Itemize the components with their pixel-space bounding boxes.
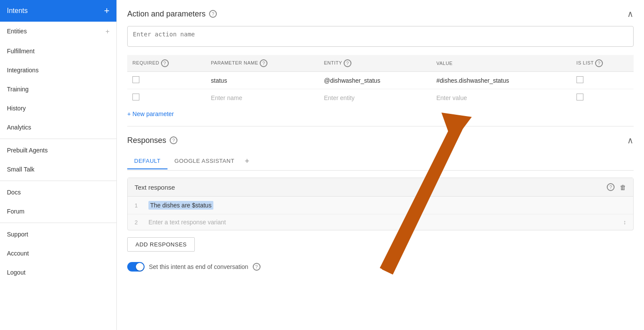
table-row: Enter name Enter entity Enter value — [127, 89, 634, 107]
sidebar-title: Intents — [7, 7, 28, 15]
text-response-help-icon[interactable]: ? — [607, 183, 615, 191]
responses-section-collapse-button[interactable]: ∧ — [627, 135, 634, 146]
param-name-cell[interactable]: status — [206, 72, 319, 89]
responses-section-title: Responses ? — [127, 136, 177, 145]
sidebar-item-docs[interactable]: Docs — [0, 183, 116, 202]
col-is-list: IS LIST ? — [571, 55, 634, 72]
param-islist-cell-2 — [571, 89, 634, 107]
param-name-help-icon[interactable]: ? — [260, 59, 267, 67]
action-section-header: Action and parameters ? ∧ — [127, 9, 634, 19]
col-required: REQUIRED ? — [127, 55, 206, 72]
entity-help-icon[interactable]: ? — [344, 59, 351, 67]
action-help-icon[interactable]: ? — [209, 10, 217, 18]
param-required-cell — [127, 72, 206, 89]
tab-add-button[interactable]: + — [242, 152, 253, 170]
sidebar-item-integrations[interactable]: Integrations — [0, 61, 116, 80]
param-required-cell-2 — [127, 89, 206, 107]
response-row-1: 1 The dishes are $status — [128, 197, 633, 214]
sidebar-add-intent-button[interactable]: + — [104, 5, 109, 16]
param-value-cell[interactable]: #dishes.dishwasher_status — [431, 72, 571, 89]
responses-section-header: Responses ? ∧ — [127, 135, 634, 146]
table-row: status @dishwasher_status #dishes.dishwa… — [127, 72, 634, 89]
action-section-collapse-button[interactable]: ∧ — [627, 9, 634, 19]
required-checkbox-1[interactable] — [132, 76, 139, 83]
response-row-num-1: 1 — [135, 202, 142, 209]
islist-checkbox-1[interactable] — [576, 76, 583, 83]
action-parameters-section: Action and parameters ? ∧ REQUIRED ? PAR… — [127, 0, 634, 126]
sidebar-item-entities[interactable]: Entities + — [0, 22, 116, 42]
sidebar-item-analytics[interactable]: Analytics — [0, 118, 116, 137]
response-text-1[interactable]: The dishes are $status — [148, 201, 213, 210]
new-parameter-button[interactable]: + New parameter — [127, 110, 174, 117]
main-content: Action and parameters ? ∧ REQUIRED ? PAR… — [117, 0, 644, 330]
sidebar-item-training[interactable]: Training — [0, 80, 116, 99]
end-of-conversation-row: Set this intent as end of conversation ? — [127, 262, 634, 272]
table-header-row: REQUIRED ? PARAMETER NAME ? ENTITY ? VAL… — [127, 55, 634, 72]
is-list-help-icon[interactable]: ? — [595, 59, 603, 67]
required-help-icon[interactable]: ? — [161, 59, 169, 67]
param-entity-cell[interactable]: @dishwasher_status — [319, 72, 431, 89]
sidebar-item-forum[interactable]: Forum — [0, 202, 116, 221]
response-row-2: 2 Enter a text response variant ↕ — [128, 214, 633, 230]
col-parameter-name: PARAMETER NAME ? — [206, 55, 319, 72]
param-name-cell-2[interactable]: Enter name — [206, 89, 319, 107]
response-text-2[interactable]: Enter a text response variant — [148, 219, 616, 226]
end-conv-toggle[interactable] — [127, 262, 145, 272]
islist-checkbox-2[interactable] — [576, 94, 583, 100]
parameters-table: REQUIRED ? PARAMETER NAME ? ENTITY ? VAL… — [127, 55, 634, 106]
sidebar-divider-1 — [0, 139, 116, 139]
text-response-title: Text response — [135, 184, 175, 191]
end-conv-help-icon[interactable]: ? — [253, 263, 261, 271]
response-sort-icon: ↕ — [623, 219, 626, 226]
sidebar-item-small-talk[interactable]: Small Talk — [0, 160, 116, 179]
toggle-knob — [136, 263, 144, 271]
required-checkbox-2[interactable] — [132, 94, 139, 100]
tab-default[interactable]: DEFAULT — [127, 153, 167, 169]
sidebar-item-history[interactable]: History — [0, 99, 116, 118]
sidebar: Intents + Entities + Fulfillment Integra… — [0, 0, 117, 330]
sidebar-divider-2 — [0, 181, 116, 181]
text-response-card-header: Text response ? 🗑 — [128, 178, 633, 197]
sidebar-divider-3 — [0, 223, 116, 223]
add-responses-button[interactable]: ADD RESPONSES — [127, 237, 195, 252]
col-entity: ENTITY ? — [319, 55, 431, 72]
sidebar-item-support[interactable]: Support — [0, 225, 116, 244]
text-response-card: Text response ? 🗑 1 The dishes are $stat… — [127, 178, 634, 230]
responses-section: Responses ? ∧ DEFAULT GOOGLE ASSISTANT +… — [127, 126, 634, 280]
sidebar-item-logout[interactable]: Logout — [0, 263, 116, 282]
responses-help-icon[interactable]: ? — [170, 136, 177, 144]
col-value: VALUE — [431, 55, 571, 72]
param-value-cell-2[interactable]: Enter value — [431, 89, 571, 107]
response-tabs: DEFAULT GOOGLE ASSISTANT + — [127, 152, 634, 171]
param-entity-cell-2[interactable]: Enter entity — [319, 89, 431, 107]
response-card-actions: ? 🗑 — [607, 183, 626, 191]
sidebar-item-account[interactable]: Account — [0, 244, 116, 263]
sidebar-item-prebuilt-agents[interactable]: Prebuilt Agents — [0, 141, 116, 160]
response-row-num-2: 2 — [135, 219, 142, 226]
sidebar-item-fulfillment[interactable]: Fulfillment — [0, 42, 116, 61]
action-name-input[interactable] — [127, 26, 634, 47]
action-section-title: Action and parameters ? — [127, 10, 217, 19]
tab-google-assistant[interactable]: GOOGLE ASSISTANT — [167, 153, 242, 169]
end-conv-label: Set this intent as end of conversation — [149, 263, 248, 270]
entities-plus-icon[interactable]: + — [106, 28, 109, 36]
param-islist-cell — [571, 72, 634, 89]
text-response-delete-icon[interactable]: 🗑 — [620, 184, 626, 191]
sidebar-header: Intents + — [0, 0, 116, 22]
